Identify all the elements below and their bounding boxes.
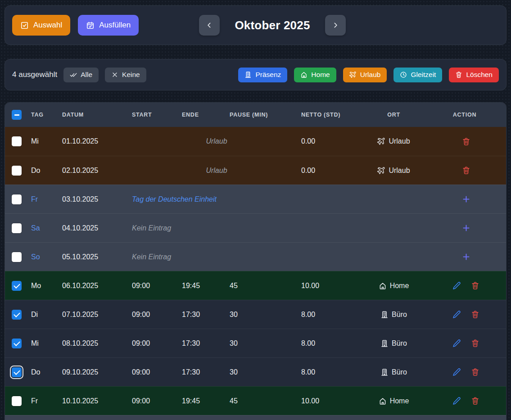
- month-nav: Oktober 2025: [199, 15, 346, 36]
- ende-value: 17:30: [182, 311, 230, 319]
- row-checkbox[interactable]: [12, 194, 22, 204]
- start-value: 09:00: [132, 339, 182, 348]
- netto-value: 8.00: [301, 311, 364, 319]
- home-icon: [379, 397, 387, 405]
- bulk-plane-button[interactable]: Urlaub: [343, 68, 387, 82]
- bulk-trash-button[interactable]: Löschen: [449, 68, 499, 82]
- delete-entry-button[interactable]: [470, 338, 480, 348]
- selection-bar: 4 ausgewählt Alle Keine PräsenzHomeUrlau…: [5, 59, 506, 90]
- trash-icon: [462, 137, 470, 146]
- delete-entry-button[interactable]: [461, 136, 471, 147]
- ort-value: Büro: [364, 339, 426, 348]
- add-entry-button[interactable]: [461, 222, 472, 234]
- row-checkbox[interactable]: [12, 136, 22, 146]
- ende-value: 17:30: [182, 368, 230, 376]
- alle-label: Alle: [81, 71, 92, 79]
- double-check-icon: [70, 71, 77, 78]
- ort-value: Büro: [364, 311, 426, 319]
- plane-icon: [377, 167, 385, 175]
- edit-entry-button[interactable]: [452, 309, 462, 320]
- row-actions: [426, 280, 506, 291]
- table-row: So05.10.2025Kein Eintrag: [5, 242, 506, 271]
- bulk-home-button[interactable]: Home: [294, 68, 336, 82]
- plane-icon: [377, 137, 385, 145]
- pause-value: 30: [230, 368, 301, 376]
- start-value: 09:00: [132, 311, 182, 319]
- plus-icon: [461, 252, 471, 262]
- ausfuellen-label: Ausfüllen: [99, 21, 131, 30]
- plus-icon: [461, 194, 471, 204]
- pause-value: 30: [230, 339, 301, 348]
- bulk-building-button[interactable]: Präsenz: [238, 68, 287, 82]
- select-all-checkbox[interactable]: [12, 110, 22, 120]
- ort-value: Urlaub: [364, 167, 426, 175]
- day-abbrev: Do: [31, 167, 62, 175]
- home-icon: [300, 71, 308, 78]
- building-icon: [380, 368, 389, 376]
- prev-month-button[interactable]: [199, 15, 220, 36]
- add-entry-button[interactable]: [461, 251, 472, 262]
- select-none-button[interactable]: Keine: [105, 68, 146, 82]
- top-toolbar: Auswahl Ausfüllen Oktober 2025: [5, 5, 506, 45]
- ort-value: Home: [364, 397, 426, 405]
- trash-icon: [471, 310, 479, 319]
- keine-label: Keine: [122, 71, 140, 79]
- pencil-icon: [452, 339, 461, 348]
- bulk-clock-button[interactable]: Gleitzeit: [393, 68, 442, 82]
- next-month-button[interactable]: [325, 15, 346, 36]
- date-value: 03.10.2025: [62, 195, 132, 203]
- ort-value: Urlaub: [364, 137, 426, 145]
- row-checkbox[interactable]: [12, 281, 22, 291]
- row-checkbox[interactable]: [12, 252, 22, 262]
- trash-icon: [455, 71, 462, 78]
- day-abbrev: Mi: [31, 339, 62, 348]
- row-checkbox[interactable]: [12, 396, 22, 406]
- netto-value: 8.00: [301, 368, 364, 376]
- edit-entry-button[interactable]: [452, 338, 462, 348]
- plus-icon: [461, 223, 471, 233]
- note-empty: Kein Eintrag: [132, 253, 364, 261]
- time-table: TAGDATUMSTARTENDEPAUSE (MIN)NETTO (STD)O…: [5, 102, 506, 420]
- auswahl-label: Auswahl: [33, 21, 62, 30]
- table-body: Mi01.10.2025Urlaub0.00UrlaubDo02.10.2025…: [5, 127, 506, 415]
- date-value: 07.10.2025: [62, 311, 132, 319]
- bulk-action-label: Home: [311, 71, 330, 79]
- row-checkbox[interactable]: [12, 339, 22, 348]
- delete-entry-button[interactable]: [470, 280, 480, 291]
- day-abbrev: So: [31, 253, 62, 261]
- chevron-left-icon: [205, 21, 214, 30]
- add-entry-button[interactable]: [461, 194, 472, 205]
- edit-entry-button[interactable]: [452, 367, 462, 377]
- ende-value: 19:45: [182, 397, 230, 405]
- delete-entry-button[interactable]: [470, 396, 480, 406]
- ausfuellen-button[interactable]: Ausfüllen: [78, 15, 139, 36]
- delete-entry-button[interactable]: [461, 165, 471, 176]
- column-header: PAUSE (MIN): [230, 112, 301, 118]
- bulk-action-label: Löschen: [466, 71, 493, 79]
- netto-value: 0.00: [301, 137, 364, 145]
- building-icon: [380, 311, 389, 319]
- month-title: Oktober 2025: [220, 18, 325, 32]
- x-icon: [111, 71, 118, 78]
- pause-value: 45: [230, 282, 301, 290]
- select-all-button[interactable]: Alle: [63, 68, 99, 82]
- row-checkbox[interactable]: [12, 367, 22, 377]
- pencil-icon: [452, 368, 461, 376]
- start-value: 09:00: [132, 397, 182, 405]
- delete-entry-button[interactable]: [470, 367, 480, 377]
- building-icon: [380, 339, 389, 348]
- date-value: 09.10.2025: [62, 368, 132, 376]
- auswahl-button[interactable]: Auswahl: [12, 15, 70, 36]
- row-checkbox[interactable]: [12, 166, 22, 176]
- row-actions: [426, 136, 506, 147]
- row-checkbox[interactable]: [12, 223, 22, 233]
- trash-icon: [471, 339, 479, 348]
- column-header: DATUM: [62, 112, 132, 118]
- delete-entry-button[interactable]: [470, 309, 480, 320]
- trash-icon: [471, 368, 479, 376]
- column-header: TAG: [31, 112, 62, 118]
- edit-entry-button[interactable]: [452, 396, 462, 406]
- row-checkbox[interactable]: [12, 310, 22, 320]
- edit-entry-button[interactable]: [452, 280, 462, 291]
- table-row: Mi01.10.2025Urlaub0.00Urlaub: [5, 127, 506, 156]
